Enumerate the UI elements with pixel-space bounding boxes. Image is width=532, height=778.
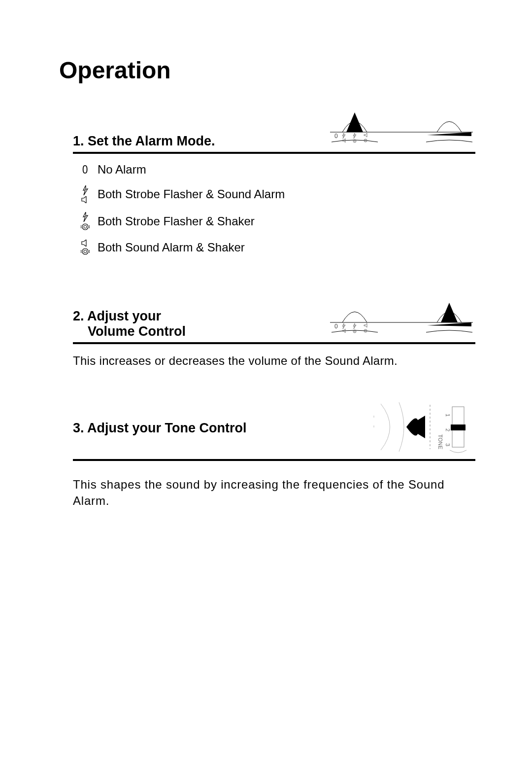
page: Operation 1. Set the Alarm Mode. bbox=[0, 0, 532, 778]
mode-row: Both Strobe Flasher & Sound Alarm bbox=[73, 185, 475, 203]
svg-point-8 bbox=[84, 225, 87, 228]
svg-text:2: 2 bbox=[445, 428, 451, 431]
svg-text:0: 0 bbox=[334, 323, 338, 330]
svg-point-4 bbox=[354, 141, 355, 141]
page-title: Operation bbox=[59, 57, 475, 84]
bolt-shaker-icon bbox=[73, 212, 98, 231]
tone-control-diagram: TONE 1 2 3 bbox=[372, 400, 475, 456]
step-3-rule bbox=[73, 459, 475, 461]
svg-point-16 bbox=[354, 331, 355, 332]
step-2-rule bbox=[73, 342, 475, 344]
step-3-heading: 3. Adjust your Tone Control bbox=[73, 421, 247, 436]
step-1-rule bbox=[73, 152, 475, 154]
svg-marker-1 bbox=[346, 112, 363, 132]
mode-label: No Alarm bbox=[98, 163, 146, 177]
step-2-heading: 2. Adjust your Volume Control bbox=[73, 309, 186, 339]
mode-row: 0 No Alarm bbox=[73, 163, 475, 177]
mode-symbol-zero: 0 bbox=[73, 163, 98, 177]
tone-label: TONE bbox=[437, 434, 443, 449]
svg-marker-12 bbox=[441, 303, 458, 322]
mode-row: Both Sound Alarm & Shaker bbox=[73, 240, 475, 255]
svg-text:1: 1 bbox=[445, 414, 451, 417]
bolt-speaker-icon bbox=[73, 185, 98, 203]
mode-row: Both Strobe Flasher & Shaker bbox=[73, 212, 475, 231]
mode-label: Both Strobe Flasher & Shaker bbox=[98, 214, 255, 228]
step-1-head: 1. Set the Alarm Mode. 0 bbox=[73, 108, 475, 149]
mode-label: Both Sound Alarm & Shaker bbox=[98, 241, 245, 254]
step-2: 2. Adjust your Volume Control 0 bbox=[59, 299, 475, 369]
alarm-mode-diagram: 0 bbox=[328, 108, 475, 149]
svg-point-10 bbox=[84, 250, 87, 253]
speaker-shaker-icon bbox=[73, 240, 98, 255]
mode-label: Both Strobe Flasher & Sound Alarm bbox=[98, 187, 285, 201]
alarm-mode-list: 0 No Alarm Both Strobe Flasher & Sound A… bbox=[73, 163, 475, 255]
step-3-head: 3. Adjust your Tone Control TONE bbox=[73, 400, 475, 456]
volume-control-diagram: 0 bbox=[328, 299, 475, 339]
step-1-heading: 1. Set the Alarm Mode. bbox=[73, 134, 215, 149]
svg-marker-2 bbox=[427, 132, 471, 136]
svg-point-7 bbox=[82, 224, 88, 230]
step-3: 3. Adjust your Tone Control TONE bbox=[59, 400, 475, 509]
step-3-body: This shapes the sound by increasing the … bbox=[73, 477, 475, 509]
svg-rect-27 bbox=[451, 424, 466, 430]
svg-point-9 bbox=[82, 248, 88, 254]
svg-text:3: 3 bbox=[445, 443, 451, 446]
step-1: 1. Set the Alarm Mode. 0 bbox=[59, 108, 475, 255]
step-2-body: This increases or decreases the volume o… bbox=[73, 353, 475, 369]
step-2-head: 2. Adjust your Volume Control 0 bbox=[73, 299, 475, 339]
svg-marker-13 bbox=[427, 322, 471, 326]
dial-pos-0: 0 bbox=[334, 133, 338, 140]
